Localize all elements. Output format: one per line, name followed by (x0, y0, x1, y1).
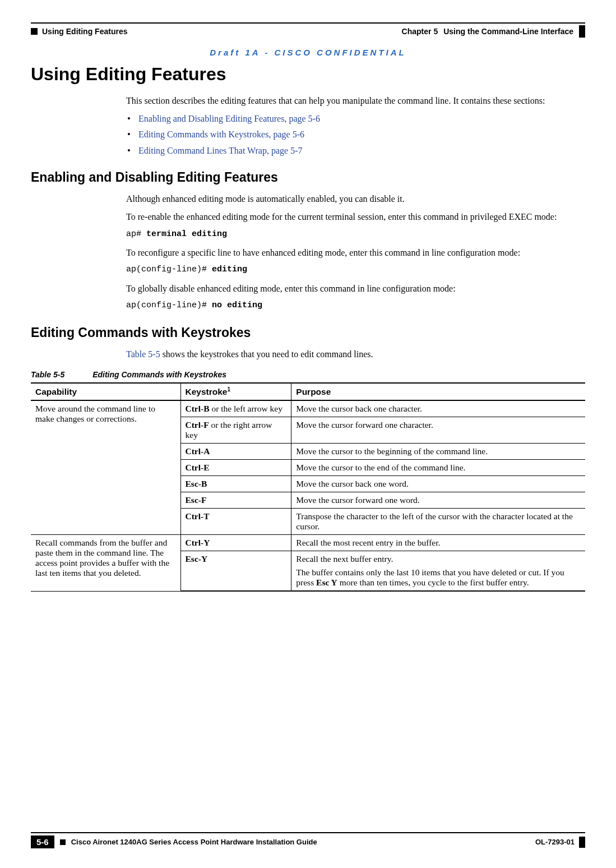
keystroke-cell: Esc-Y (180, 551, 291, 592)
col-keystroke-footnote: 1 (227, 386, 230, 393)
purpose-cell: Move the cursor back one word. (291, 476, 585, 492)
purpose-cell: Move the cursor forward one word. (291, 492, 585, 509)
key-label: Esc-Y (186, 554, 208, 564)
header-top-rule (31, 22, 585, 24)
purpose-cell: Transpose the character to the left of t… (291, 509, 585, 535)
footer-marker-icon (60, 839, 66, 845)
header-bar-icon (579, 25, 585, 38)
keystroke-cell: Esc-B (180, 476, 291, 492)
link-lines-that-wrap[interactable]: Editing Command Lines That Wrap, page 5-… (126, 145, 585, 157)
enable-p2: To re-enable the enhanced editing mode f… (126, 211, 585, 223)
prompt: ap(config-line)# (126, 301, 212, 310)
header-section-name: Using Editing Features (42, 27, 127, 36)
key-label: Ctrl-Y (186, 538, 210, 547)
table-row: Recall commands from the buffer and past… (31, 535, 585, 551)
key-label: Esc-B (186, 479, 207, 488)
cmd-no-editing: ap(config-line)# no editing (126, 300, 585, 311)
table-row: Move around the command line to make cha… (31, 400, 585, 417)
page-number: 5-6 (31, 835, 54, 848)
cmd-terminal-editing: ap# terminal editing (126, 229, 585, 240)
footer-right: OL-7293-01 (535, 837, 585, 848)
cmd-text: no editing (212, 301, 262, 310)
page-header: Using Editing Features Chapter 5 Using t… (31, 25, 585, 38)
keystrokes-intro: Table 5-5 shows the keystrokes that you … (126, 348, 585, 361)
purpose-cell: Move the cursor to the beginning of the … (291, 444, 585, 460)
capability-move: Move around the command line to make cha… (31, 400, 180, 535)
intro-block: This section describes the editing featu… (126, 95, 585, 156)
header-marker-icon (31, 28, 38, 35)
enable-p1: Although enhanced editing mode is automa… (126, 193, 585, 205)
keystroke-cell: Ctrl-Y (180, 535, 291, 551)
table-xref[interactable]: Table 5-5 (126, 349, 160, 359)
enable-p3: To reconfigure a specific line to have e… (126, 247, 585, 259)
keystrokes-intro-rest: shows the keystrokes that you need to ed… (160, 349, 373, 359)
col-keystroke: Keystroke1 (180, 383, 291, 400)
link-enable-disable[interactable]: Enabling and Disabling Editing Features,… (126, 113, 585, 125)
intro-paragraph: This section describes the editing featu… (126, 95, 585, 107)
keystroke-cell: Ctrl-F or the right arrow key (180, 417, 291, 444)
section-links-list: Enabling and Disabling Editing Features,… (126, 113, 585, 157)
section-keystrokes-heading: Editing Commands with Keystrokes (31, 325, 585, 340)
section-enable-disable-heading: Enabling and Disabling Editing Features (31, 170, 585, 185)
footer-bar-icon (579, 837, 585, 848)
purpose-cell: Recall the most recent entry in the buff… (291, 535, 585, 551)
prompt: ap(config-line)# (126, 265, 212, 274)
prompt: ap# (126, 229, 146, 239)
col-keystroke-label: Keystroke (186, 387, 228, 396)
key-label: Ctrl-B (186, 404, 210, 413)
keystroke-cell: Ctrl-B or the left arrow key (180, 400, 291, 417)
purpose-cell: Move the cursor back one character. (291, 400, 585, 417)
purpose-2c: more than ten times, you cycle to the fi… (337, 578, 529, 587)
purpose-cell: Recall the next buffer entry. The buffer… (291, 551, 585, 592)
key-label: Ctrl-F (186, 420, 209, 430)
table-header-row: Capability Keystroke1 Purpose (31, 383, 585, 400)
cmd-text: editing (212, 265, 247, 274)
key-label: Ctrl-T (186, 511, 210, 521)
key-label: Esc-F (186, 495, 207, 505)
enable-p4: To globally disable enhanced editing mod… (126, 283, 585, 295)
page-title: Using Editing Features (31, 64, 585, 85)
header-right: Chapter 5 Using the Command-Line Interfa… (402, 25, 585, 38)
draft-confidential: Draft 1A - CISCO CONFIDENTIAL (31, 48, 585, 57)
table-caption-title: Editing Commands with Keystrokes (92, 370, 226, 379)
keystroke-cell: Ctrl-A (180, 444, 291, 460)
key-label: Ctrl-E (186, 463, 210, 472)
purpose-line1: Recall the next buffer entry. (296, 554, 581, 564)
footer-rule (31, 832, 585, 833)
footer-left: 5-6 Cisco Aironet 1240AG Series Access P… (31, 835, 317, 848)
purpose-cell: Move the cursor to the end of the comman… (291, 460, 585, 476)
capability-recall: Recall commands from the buffer and past… (31, 535, 180, 592)
cmd-editing: ap(config-line)# editing (126, 264, 585, 275)
cmd-text: terminal editing (146, 229, 227, 239)
chapter-label: Chapter 5 (402, 27, 438, 36)
keystroke-cell: Ctrl-T (180, 509, 291, 535)
footer-doc-number: OL-7293-01 (535, 838, 575, 846)
section-enable-disable-body: Although enhanced editing mode is automa… (126, 193, 585, 311)
key-rest: or the left arrow key (210, 404, 282, 413)
keystroke-cell: Esc-F (180, 492, 291, 509)
purpose-esc-y: Esc Y (316, 578, 337, 587)
keystroke-cell: Ctrl-E (180, 460, 291, 476)
key-label: Ctrl-A (186, 446, 210, 456)
purpose-line2: The buffer contains only the last 10 ite… (296, 567, 581, 588)
section-keystrokes-body: Table 5-5 shows the keystrokes that you … (126, 348, 585, 361)
header-left: Using Editing Features (31, 27, 127, 36)
col-purpose: Purpose (291, 383, 585, 400)
keystroke-table: Capability Keystroke1 Purpose Move aroun… (31, 382, 585, 592)
table-caption: Table 5-5Editing Commands with Keystroke… (31, 370, 585, 379)
link-editing-keystrokes[interactable]: Editing Commands with Keystrokes, page 5… (126, 128, 585, 141)
table-caption-label: Table 5-5 (31, 370, 64, 379)
col-capability: Capability (31, 383, 180, 400)
page-footer: 5-6 Cisco Aironet 1240AG Series Access P… (31, 832, 585, 848)
chapter-title: Using the Command-Line Interface (443, 27, 573, 36)
footer-row: 5-6 Cisco Aironet 1240AG Series Access P… (31, 835, 585, 848)
footer-guide-title: Cisco Aironet 1240AG Series Access Point… (71, 838, 317, 846)
purpose-cell: Move the cursor forward one character. (291, 417, 585, 444)
